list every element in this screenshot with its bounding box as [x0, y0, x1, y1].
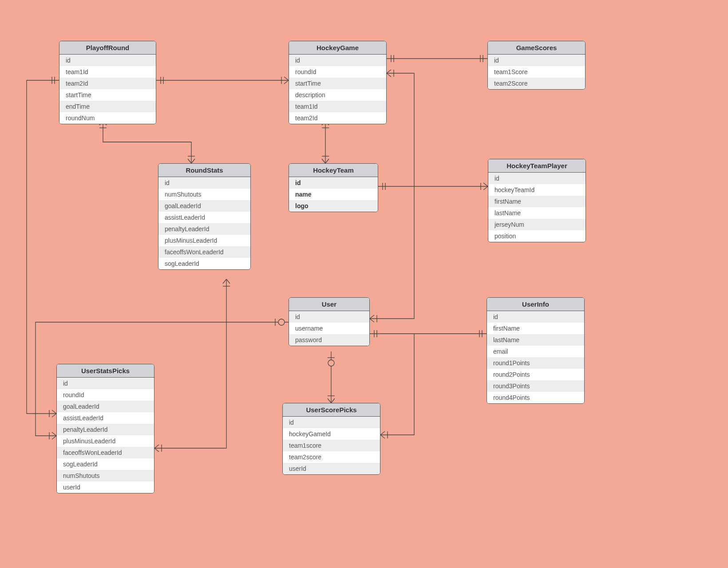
entity-field: penaltyLeaderId	[57, 424, 154, 435]
entity-field: roundId	[57, 389, 154, 401]
entity-field: team2Score	[488, 78, 585, 89]
svg-line-4	[284, 80, 289, 84]
entity-field: round1Points	[487, 357, 584, 369]
entity-header: HockeyTeamPlayer	[488, 159, 586, 173]
svg-line-31	[387, 73, 391, 77]
entity-field: firstName	[488, 196, 586, 207]
entity-field: round3Points	[487, 380, 584, 392]
entity-field: sogLeaderId	[57, 458, 154, 470]
entity-field: description	[289, 89, 386, 101]
svg-line-21	[322, 159, 325, 163]
entity-header: PlayoffRound	[59, 41, 156, 55]
entity-header: UserInfo	[487, 298, 584, 311]
entity-header: HockeyTeam	[289, 164, 378, 177]
svg-line-58	[154, 448, 159, 452]
entity-field: hockeyGameId	[283, 428, 380, 440]
svg-line-14	[188, 159, 191, 163]
entity-field: id	[487, 311, 584, 323]
svg-line-22	[325, 159, 329, 163]
svg-line-61	[226, 279, 230, 284]
entity-hockeygame: HockeyGame id roundId startTime descript…	[289, 41, 387, 124]
svg-line-3	[284, 77, 289, 80]
entity-field: id	[289, 177, 378, 189]
entity-hockeyteamplayer: HockeyTeamPlayer id hockeyTeamId firstNa…	[488, 159, 586, 242]
entity-field: email	[487, 346, 584, 357]
svg-line-54	[52, 410, 56, 414]
entity-field: faceoffsWonLeaderId	[57, 447, 154, 458]
svg-line-57	[154, 445, 159, 448]
entity-field: penaltyLeaderId	[158, 223, 250, 235]
entity-header: UserStatsPicks	[57, 364, 154, 378]
entity-header: User	[289, 298, 369, 311]
entity-field: password	[289, 334, 369, 346]
svg-line-27	[483, 183, 488, 186]
entity-field: plusMinusLeaderId	[158, 235, 250, 246]
entity-field: team2score	[283, 451, 380, 463]
entity-field: assistLeaderId	[158, 212, 250, 223]
entity-gamescores: GameScores id team1Score team2Score	[487, 41, 586, 90]
entity-field: startTime	[289, 78, 386, 89]
entity-field: id	[488, 55, 585, 66]
entity-field: id	[289, 311, 369, 323]
entity-roundstats: RoundStats id numShutouts goalLeaderId a…	[158, 163, 251, 270]
entity-header: GameScores	[488, 41, 585, 55]
entity-header: HockeyGame	[289, 41, 386, 55]
entity-field: numShutouts	[57, 470, 154, 481]
entity-field: id	[283, 417, 380, 428]
svg-line-15	[191, 159, 195, 163]
entity-field: username	[289, 323, 369, 334]
entity-field: id	[57, 378, 154, 389]
entity-field: faceoffsWonLeaderId	[158, 246, 250, 258]
entity-field: position	[488, 230, 586, 242]
svg-line-30	[387, 70, 391, 73]
entity-hockeyteam: HockeyTeam id name logo	[289, 163, 378, 212]
entity-field: lastName	[487, 334, 584, 346]
entity-field: team2Id	[59, 78, 156, 89]
entity-field: lastName	[488, 207, 586, 219]
entity-field: sogLeaderId	[158, 258, 250, 269]
entity-field: round4Points	[487, 392, 584, 403]
entity-field: team2Id	[289, 112, 386, 124]
entity-field: name	[289, 189, 378, 200]
entity-userstatspicks: UserStatsPicks id roundId goalLeaderId a…	[56, 364, 154, 493]
entity-userscorepicks: UserScorePicks id hockeyGameId team1scor…	[282, 403, 380, 475]
svg-line-50	[52, 436, 56, 439]
svg-line-60	[223, 279, 226, 284]
entity-field: team1Id	[59, 66, 156, 78]
entity-field: roundNum	[59, 112, 156, 124]
entity-field: logo	[289, 200, 378, 212]
entity-field: userId	[57, 481, 154, 493]
entity-field: firstName	[487, 323, 584, 334]
entity-field: jerseyNum	[488, 219, 586, 230]
entity-user: User id username password	[289, 297, 370, 346]
svg-point-43	[328, 360, 334, 366]
svg-line-28	[483, 186, 488, 190]
svg-line-44	[328, 398, 331, 403]
entity-userinfo: UserInfo id firstName lastName email rou…	[487, 297, 585, 404]
entity-field: hockeyTeamId	[488, 184, 586, 196]
svg-point-47	[278, 319, 285, 325]
entity-field: team1Score	[488, 66, 585, 78]
entity-field: id	[289, 55, 386, 66]
entity-playoffround: PlayoffRound id team1Id team2Id startTim…	[59, 41, 156, 124]
entity-field: userId	[283, 463, 380, 474]
entity-field: round2Points	[487, 369, 584, 380]
entity-header: UserScorePicks	[283, 403, 380, 417]
svg-line-34	[370, 319, 374, 322]
entity-field: assistLeaderId	[57, 412, 154, 424]
entity-field: id	[59, 55, 156, 66]
entity-field: startTime	[59, 89, 156, 101]
entity-field: plusMinusLeaderId	[57, 435, 154, 447]
entity-field: endTime	[59, 101, 156, 112]
svg-line-49	[52, 432, 56, 436]
entity-field: id	[488, 173, 586, 184]
entity-field: goalLeaderId	[158, 200, 250, 212]
entity-header: RoundStats	[158, 164, 250, 177]
svg-line-55	[52, 414, 56, 417]
svg-line-45	[331, 398, 335, 403]
svg-line-64	[380, 435, 385, 438]
entity-field: goalLeaderId	[57, 401, 154, 412]
entity-field: roundId	[289, 66, 386, 78]
svg-line-33	[370, 315, 374, 319]
svg-line-63	[380, 431, 385, 435]
